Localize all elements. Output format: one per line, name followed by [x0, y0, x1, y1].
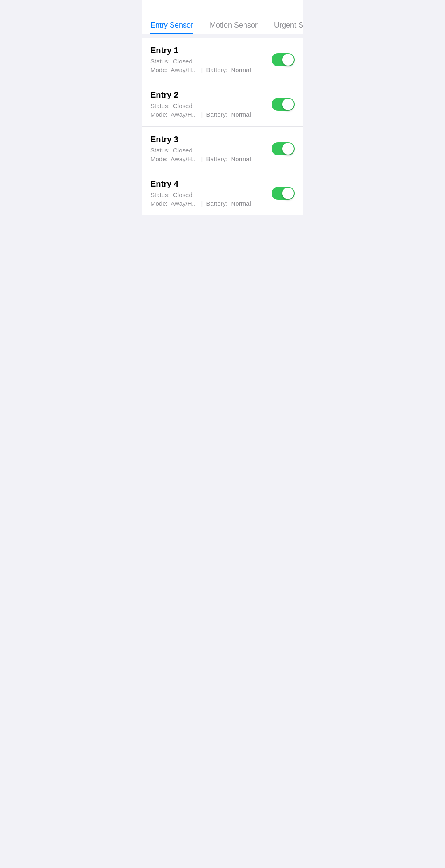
item-mode-4: Mode: Away/H…: [150, 200, 198, 207]
item-mode-1: Mode: Away/H…: [150, 66, 198, 73]
add-button[interactable]: [291, 7, 295, 10]
list-item[interactable]: Entry 4 Status: Closed Mode: Away/H… | B…: [142, 171, 303, 215]
toggle-knob-4: [282, 188, 294, 199]
meta-divider-1: |: [201, 66, 203, 73]
item-meta-3: Mode: Away/H… | Battery: Normal: [150, 155, 272, 162]
item-battery-3: Battery: Normal: [206, 155, 251, 162]
item-battery-2: Battery: Normal: [206, 111, 251, 118]
meta-divider-4: |: [201, 200, 203, 207]
item-status-3: Status: Closed: [150, 147, 272, 154]
tab-divider: [142, 34, 303, 38]
header: [142, 0, 303, 15]
item-info-4: Entry 4 Status: Closed Mode: Away/H… | B…: [150, 179, 272, 207]
item-info-2: Entry 2 Status: Closed Mode: Away/H… | B…: [150, 90, 272, 118]
list-item[interactable]: Entry 3 Status: Closed Mode: Away/H… | B…: [142, 127, 303, 171]
tab-entry-sensor[interactable]: Entry Sensor: [142, 15, 201, 34]
toggle-4[interactable]: [272, 187, 295, 200]
item-battery-4: Battery: Normal: [206, 200, 251, 207]
item-name-2: Entry 2: [150, 90, 272, 100]
item-name-3: Entry 3: [150, 135, 272, 144]
item-info-1: Entry 1 Status: Closed Mode: Away/H… | B…: [150, 46, 272, 73]
entry-list: Entry 1 Status: Closed Mode: Away/H… | B…: [142, 38, 303, 215]
meta-divider-2: |: [201, 111, 203, 118]
item-mode-2: Mode: Away/H…: [150, 111, 198, 118]
toggle-2[interactable]: [272, 98, 295, 111]
list-item[interactable]: Entry 2 Status: Closed Mode: Away/H… | B…: [142, 82, 303, 127]
item-mode-3: Mode: Away/H…: [150, 155, 198, 162]
item-name-4: Entry 4: [150, 179, 272, 189]
item-status-4: Status: Closed: [150, 191, 272, 198]
item-meta-1: Mode: Away/H… | Battery: Normal: [150, 66, 272, 73]
item-meta-2: Mode: Away/H… | Battery: Normal: [150, 111, 272, 118]
tabs-bar: Entry Sensor Motion Sensor Urgent Sens…: [142, 15, 303, 34]
empty-space: [142, 215, 303, 380]
list-item[interactable]: Entry 1 Status: Closed Mode: Away/H… | B…: [142, 38, 303, 82]
item-battery-1: Battery: Normal: [206, 66, 251, 73]
toggle-knob-2: [282, 99, 294, 110]
meta-divider-3: |: [201, 155, 203, 162]
item-status-1: Status: Closed: [150, 58, 272, 65]
item-meta-4: Mode: Away/H… | Battery: Normal: [150, 200, 272, 207]
toggle-knob-1: [282, 54, 294, 66]
item-name-1: Entry 1: [150, 46, 272, 55]
toggle-3[interactable]: [272, 142, 295, 155]
toggle-1[interactable]: [272, 53, 295, 66]
tab-urgent-sensor[interactable]: Urgent Sens…: [266, 15, 303, 34]
item-info-3: Entry 3 Status: Closed Mode: Away/H… | B…: [150, 135, 272, 162]
back-button[interactable]: [150, 7, 154, 10]
tab-motion-sensor[interactable]: Motion Sensor: [201, 15, 266, 34]
item-status-2: Status: Closed: [150, 102, 272, 109]
toggle-knob-3: [282, 143, 294, 155]
